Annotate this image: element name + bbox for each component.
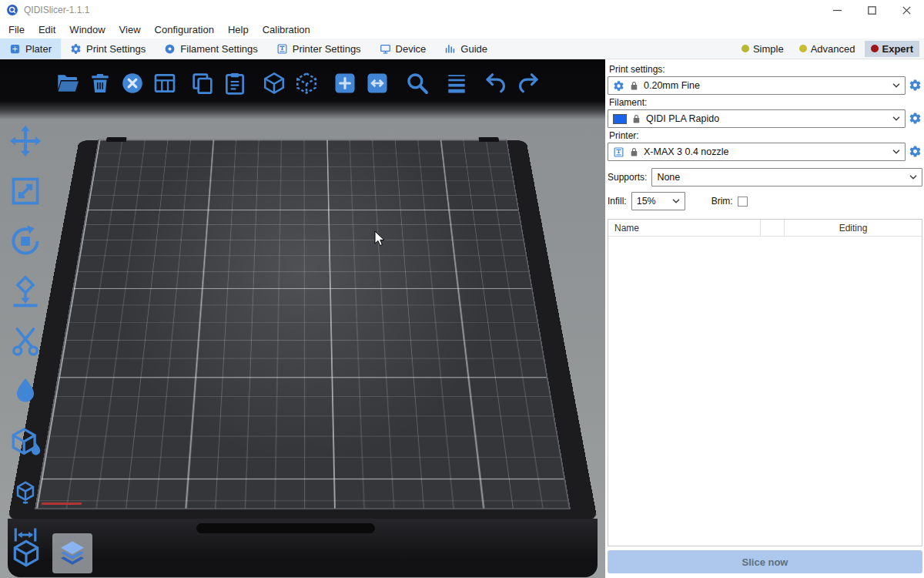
place-on-face-tool[interactable] [8, 274, 43, 308]
paint-droplet-icon [8, 375, 42, 408]
scale-icon [8, 174, 42, 208]
search-button[interactable] [404, 70, 430, 96]
brim-checkbox[interactable] [738, 197, 748, 207]
arrange-button[interactable] [152, 70, 178, 96]
mode-expert[interactable]: Expert [865, 41, 919, 57]
build-plate-scene [0, 59, 605, 578]
mode-advanced[interactable]: Advanced [793, 41, 862, 57]
preview-button[interactable] [52, 533, 92, 573]
gear-icon [70, 43, 82, 55]
menu-edit[interactable]: Edit [32, 24, 62, 35]
mode-label: Expert [882, 43, 913, 55]
build-plate-grid [35, 139, 571, 509]
redo-button[interactable] [515, 70, 541, 96]
supports-combo[interactable]: None [651, 168, 922, 187]
print-settings-combo[interactable]: 0.20mm Fine [608, 76, 906, 95]
search-icon [405, 71, 430, 96]
printer-value: X-MAX 3 0.4 nozzle [644, 146, 728, 157]
expert-mode-dot-icon [871, 45, 879, 52]
infill-combo[interactable]: 15% [631, 192, 685, 210]
undo-icon [484, 71, 508, 96]
move-tool[interactable] [8, 124, 43, 158]
print-settings-value: 0.20mm Fine [644, 80, 700, 91]
origin-marker [42, 502, 82, 505]
delete-button[interactable] [87, 70, 113, 96]
rotate-tool[interactable] [8, 224, 43, 258]
tab-label: Guide [460, 43, 487, 55]
mouse-cursor [374, 230, 387, 247]
open-button[interactable] [55, 70, 81, 96]
undo-button[interactable] [483, 70, 509, 96]
edit-filament-button[interactable] [909, 112, 922, 126]
object-list[interactable] [608, 237, 922, 546]
delete-all-icon [120, 71, 145, 96]
minimize-icon [833, 6, 842, 15]
print-settings-label: Print settings: [609, 64, 921, 75]
tab-label: Plater [25, 43, 52, 55]
edit-printer-button[interactable] [909, 145, 922, 159]
menu-view[interactable]: View [112, 24, 148, 35]
column-name: Name [608, 223, 760, 234]
delete-all-button[interactable] [119, 70, 146, 96]
column-editing: Editing [785, 223, 922, 234]
gear-icon [613, 80, 624, 92]
tab-guide[interactable]: Guide [435, 39, 497, 59]
menu-file[interactable]: File [2, 24, 32, 35]
filament-combo[interactable]: QIDI PLA Rapido [608, 109, 906, 128]
mode-selector: Simple Advanced Expert [735, 39, 924, 59]
slice-now-button[interactable]: Slice now [608, 550, 922, 573]
supports-label: Supports: [608, 172, 647, 183]
close-icon [902, 6, 911, 15]
copy-button[interactable] [189, 70, 216, 96]
add-instance-button[interactable] [332, 70, 358, 96]
mode-simple[interactable]: Simple [735, 41, 790, 57]
device-icon [380, 43, 391, 55]
column-extruder [760, 220, 785, 236]
assembly-tool[interactable] [8, 479, 43, 506]
title-bar: QIDISlicer-1.1.1 [0, 0, 924, 20]
fill-bed-icon [365, 71, 390, 96]
infill-label: Infill: [608, 196, 627, 207]
edit-print-settings-button[interactable] [909, 79, 922, 92]
split-to-parts-button[interactable] [293, 70, 320, 96]
3d-editor-view-button[interactable] [6, 533, 46, 573]
printer-icon [276, 43, 288, 55]
scale-tool[interactable] [8, 174, 43, 208]
lock-icon [631, 114, 641, 124]
cut-tool[interactable] [8, 324, 43, 358]
layer-height-icon [444, 71, 469, 96]
gear-icon [909, 145, 922, 158]
filament-spool-icon [164, 43, 176, 55]
split-to-objects-button[interactable] [261, 70, 287, 96]
simple-mode-dot-icon [742, 45, 749, 52]
tab-plater[interactable]: Plater [0, 39, 61, 59]
paint-tool[interactable] [8, 375, 43, 408]
cube-icon [262, 71, 286, 96]
chevron-down-icon [672, 199, 680, 203]
maximize-button[interactable] [855, 0, 889, 20]
paste-button[interactable] [222, 70, 248, 96]
menu-calibration[interactable]: Calibration [256, 24, 317, 35]
menu-help[interactable]: Help [221, 24, 256, 35]
settings-sidebar: Print settings: 0.20mm Fine Filament: QI… [605, 59, 924, 578]
tab-device[interactable]: Device [370, 39, 436, 59]
viewport-canvas[interactable] [0, 59, 605, 578]
tab-printer-settings[interactable]: Printer Settings [267, 39, 370, 59]
menu-window[interactable]: Window [62, 24, 112, 35]
printer-combo[interactable]: X-MAX 3 0.4 nozzle [608, 143, 906, 161]
minimize-button[interactable] [820, 0, 855, 20]
tab-label: Device [396, 43, 427, 55]
tab-filament-settings[interactable]: Filament Settings [155, 39, 266, 59]
variable-layer-height-button[interactable] [444, 70, 470, 96]
window-controls [820, 0, 924, 20]
mode-label: Simple [753, 43, 784, 55]
tab-print-settings[interactable]: Print Settings [61, 39, 155, 59]
place-on-face-icon [8, 274, 42, 308]
redo-icon [516, 71, 541, 96]
multimaterial-paint-tool[interactable] [8, 425, 43, 459]
close-button[interactable] [889, 0, 924, 20]
open-folder-icon [55, 71, 80, 96]
tab-label: Printer Settings [293, 43, 361, 55]
fill-bed-button[interactable] [364, 70, 390, 96]
menu-configuration[interactable]: Configuration [148, 24, 221, 35]
